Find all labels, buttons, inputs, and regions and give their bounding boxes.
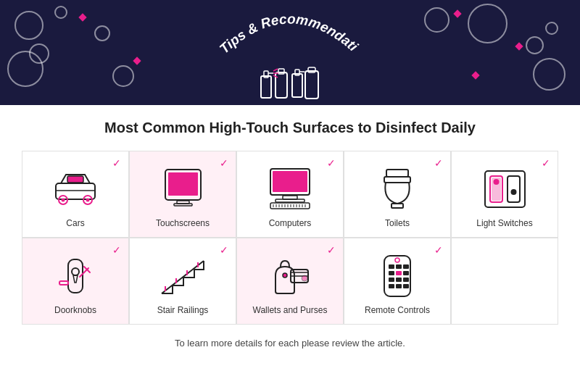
diamond-deco: [133, 57, 141, 64]
grid-item-light-switches: ✓ Light Switches: [451, 151, 558, 238]
bubble-deco: [112, 65, 134, 87]
bubble-deco: [14, 11, 44, 40]
grid-item-empty: [451, 238, 558, 325]
bubble-deco: [526, 36, 544, 54]
svg-rect-1: [261, 76, 271, 98]
remote-controls-label: Remote Controls: [365, 305, 430, 315]
diamond-deco: [471, 71, 479, 79]
check-icon-computers: ✓: [327, 157, 336, 169]
svg-point-48: [493, 179, 499, 185]
doorknob-icon: [50, 252, 101, 299]
svg-rect-74: [396, 278, 402, 282]
header-banner: Tips & Recommendations: [0, 0, 580, 105]
grid-item-doorknobs: ✓ Doorknobs: [22, 238, 129, 325]
computer-icon: [265, 165, 315, 212]
grid-item-wallets-purses: ✓ Wallets and Purses: [236, 238, 344, 325]
light-switches-label: Light Switches: [476, 218, 532, 228]
footer-note: To learn more details for each please re…: [22, 338, 558, 359]
wallets-purses-icon: [265, 252, 315, 299]
svg-point-62: [283, 273, 287, 278]
stair-railings-label: Stair Railings: [157, 305, 209, 315]
svg-rect-42: [386, 170, 408, 177]
svg-point-19: [86, 199, 90, 202]
section-title: Most Common High-Touch Surfaces to Disin…: [22, 120, 558, 136]
svg-rect-4: [276, 72, 287, 98]
computers-label: Computers: [269, 218, 312, 228]
svg-point-50: [510, 189, 516, 195]
toilet-icon: [372, 165, 423, 212]
bubble-deco: [424, 7, 450, 33]
svg-rect-77: [396, 284, 402, 288]
grid-item-toilets: ✓ Toilets: [344, 151, 451, 238]
bubble-deco: [468, 4, 508, 43]
bubble-deco: [545, 22, 558, 35]
check-icon-wallets-purses: ✓: [327, 244, 336, 256]
svg-line-9: [273, 69, 278, 71]
wallets-purses-label: Wallets and Purses: [253, 305, 328, 315]
svg-rect-14: [56, 183, 95, 199]
svg-rect-68: [396, 264, 402, 269]
diamond-deco: [78, 13, 86, 21]
svg-rect-12: [305, 71, 318, 99]
svg-rect-43: [384, 177, 410, 183]
main-content: Most Common High-Touch Surfaces to Disin…: [0, 105, 580, 374]
bubble-deco: [533, 58, 566, 91]
svg-rect-78: [403, 284, 409, 288]
check-icon-touchscreens: ✓: [220, 157, 228, 169]
check-icon-cars: ✓: [112, 157, 121, 169]
touchscreen-icon: [157, 165, 208, 212]
car-icon: [50, 165, 101, 212]
grid-item-stair-railings: ✓ Stair Railings: [129, 238, 236, 325]
diamond-deco: [453, 9, 461, 17]
svg-rect-26: [273, 171, 307, 192]
diamond-deco: [515, 42, 523, 50]
svg-rect-76: [389, 284, 394, 288]
bubble-deco: [54, 6, 67, 19]
svg-rect-75: [403, 278, 409, 282]
svg-rect-6: [292, 74, 302, 97]
svg-rect-22: [168, 172, 198, 196]
stair-railings-icon: [157, 252, 208, 299]
toilets-label: Toilets: [385, 218, 410, 228]
svg-point-52: [72, 268, 79, 275]
check-icon-remote-controls: ✓: [434, 244, 443, 256]
cars-label: Cars: [66, 218, 84, 228]
svg-rect-44: [392, 204, 403, 208]
grid-item-computers: ✓: [236, 151, 344, 238]
check-icon-doorknobs: ✓: [112, 244, 121, 256]
svg-rect-67: [389, 264, 394, 269]
svg-text:Tips & Recommendations: Tips & Recommendations: [214, 0, 361, 57]
grid-item-touchscreens: ✓ Touchscreens: [129, 151, 236, 238]
svg-rect-24: [174, 204, 192, 206]
check-icon-light-switches: ✓: [542, 157, 550, 169]
svg-rect-15: [67, 176, 83, 183]
grid-item-cars: ✓ Cars: [22, 151, 129, 238]
touchscreens-label: Touchscreens: [156, 218, 210, 228]
bubble-deco: [94, 25, 110, 41]
check-icon-stair-railings: ✓: [220, 244, 228, 256]
items-grid: ✓ Cars ✓: [22, 151, 558, 325]
doorknobs-label: Doorknobs: [54, 305, 96, 315]
svg-rect-72: [403, 271, 409, 275]
svg-point-65: [302, 275, 307, 281]
grid-item-remote-controls: ✓: [344, 238, 451, 325]
svg-rect-69: [403, 264, 409, 269]
svg-point-17: [62, 199, 65, 202]
light-switch-icon: [479, 165, 530, 212]
curved-title-svg: Tips & Recommendations: [214, 0, 366, 65]
svg-rect-71: [396, 271, 402, 275]
svg-rect-73: [389, 278, 394, 282]
remote-controls-icon: [372, 252, 423, 299]
cleaning-products-icon: [257, 65, 323, 105]
bubble-deco: [7, 51, 44, 87]
svg-rect-28: [276, 199, 304, 202]
svg-rect-70: [389, 271, 394, 275]
svg-point-79: [395, 258, 399, 262]
check-icon-toilets: ✓: [434, 157, 443, 169]
